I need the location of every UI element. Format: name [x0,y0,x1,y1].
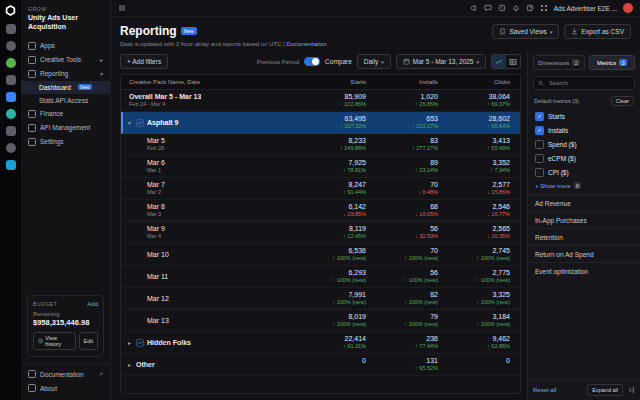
cell-value: 0 [506,356,510,365]
table-row[interactable]: Mar 11 6,293 ↑ 100% (new) 56 ↑ 100% (new… [121,266,520,288]
clear-button[interactable]: Clear [611,96,634,106]
table-row[interactable]: Mar 9 Mar 4 8,119 ↑ 12.45% 56 ↓ 32.53% 2… [121,222,520,244]
collapse-sidebar-icon[interactable] [118,4,126,12]
row-chevron-icon[interactable]: ▸ [126,339,133,346]
panel-section-ad-revenue[interactable]: Ad Revenue [528,194,640,211]
metric-cell: 8,019 ↑ 100% (new) [304,312,376,328]
table-row[interactable]: Mar 6 Mar 1 7,925 ↑ 78.81% 89 ↑ 23.14% 3… [121,156,520,178]
edit-budget-button[interactable]: Edit [79,332,98,350]
reset-all-button[interactable]: Reset all [533,387,556,393]
add-filters-button[interactable]: + Add filters [120,54,168,69]
chat-icon[interactable] [484,4,492,12]
metric-option[interactable]: CPI ($) [528,165,640,179]
granularity-dropdown[interactable]: Daily ▾ [357,54,391,69]
rail-product-icon-7[interactable] [6,126,16,136]
column-installs[interactable]: Installs [376,79,448,85]
metric-checkbox[interactable] [535,126,544,135]
table-row[interactable]: Mar 10 6,536 ↑ 100% (new) 70 ↑ 100% (new… [121,244,520,266]
metric-checkbox[interactable] [535,140,544,149]
sidebar-item-about[interactable]: About [21,381,110,395]
apps-grid-icon[interactable] [540,4,548,12]
column-clicks[interactable]: Clicks [448,79,520,85]
rail-product-icon-6[interactable] [6,109,16,119]
column-creative-pack[interactable]: Creative Pack Name, Date [121,79,304,85]
metric-option[interactable]: Installs [528,123,640,137]
column-starts[interactable]: Starts [304,79,376,85]
notifications-bell-icon[interactable] [512,4,520,12]
api-icon [28,124,36,132]
row-cells: 8,019 ↑ 100% (new) 79 ↑ 100% (new) 3,184… [304,312,520,328]
table-view-button[interactable] [506,55,520,68]
tab-metrics[interactable]: Metrics 3 [589,55,635,70]
metric-cell: 6,293 ↑ 100% (new) [304,268,376,284]
table-row[interactable]: ▸ Hidden Folks 22,414 ↑ 91.31% 236 ↑ 77.… [121,332,520,354]
expand-all-button[interactable]: Expand all [587,384,623,396]
row-chevron-icon[interactable]: ▸ [126,361,133,368]
rail-product-icon-5[interactable] [6,92,16,102]
sidebar-item-dashboard[interactable]: Dashboard New [21,81,110,94]
sidebar-item-settings[interactable]: Settings [21,135,110,149]
rail-product-icon-9[interactable] [6,160,16,170]
sidebar-item-finance[interactable]: Finance [21,107,110,121]
view-history-button[interactable]: View history [33,332,76,350]
help-icon[interactable] [526,4,534,12]
chart-line-icon[interactable] [136,339,144,347]
metric-checkbox[interactable] [535,112,544,121]
panel-section-event-optimization[interactable]: Event optimization [528,262,640,279]
metric-option[interactable]: eCPM ($) [528,151,640,165]
rail-product-icon-1[interactable] [6,24,16,34]
table-row[interactable]: ▾ Asphalt 9 63,495 ↑ 107.32% 653 ↑ 102.1… [121,112,520,134]
sidebar-item-creative-tools[interactable]: Creative Tools ▸ [21,53,110,67]
table-row[interactable]: Mar 12 7,991 ↑ 100% (new) 82 ↑ 100% (new… [121,288,520,310]
table-row[interactable]: Overall Mar 5 - Mar 13 Feb 24 - Mar 4 85… [121,90,520,112]
table-row[interactable]: Mar 5 Feb 28 8,233 ↑ 149.88% 83 ↑ 277.27… [121,134,520,156]
sidebar-item-reporting[interactable]: Reporting ▾ [21,67,110,81]
rail-product-icon-8[interactable] [6,143,16,153]
sidebar-item-apps[interactable]: Apps [21,39,110,53]
compare-toggle[interactable] [304,57,320,66]
panel-section-in-app-purchases[interactable]: In-App Purchases [528,211,640,228]
row-cells: 7,925 ↑ 78.81% 89 ↑ 23.14% 3,352 ↑ 7.34% [304,158,520,174]
announcement-icon[interactable] [470,4,478,12]
search-input[interactable] [547,79,630,87]
cell-value: 6,293 [348,268,366,277]
rail-product-icon-3[interactable] [6,58,16,68]
collapse-panel-icon[interactable] [627,386,635,394]
rail-product-icon-2[interactable] [6,41,16,51]
row-chevron-icon[interactable]: ▾ [126,119,133,126]
user-avatar[interactable] [623,3,633,13]
org-header: GROW Unity Ads User Acquisition [21,0,110,36]
org-switcher[interactable]: Ads Advertiser E2E ... [554,5,617,12]
panel-section-retention[interactable]: Retention [528,228,640,245]
saved-views-dropdown[interactable]: Saved Views ▾ [492,24,559,39]
show-more-button[interactable]: + Show more 8 [528,179,640,194]
show-more-count-badge: 8 [574,182,582,189]
export-csv-button[interactable]: Export as CSV [564,24,631,39]
documentation-link[interactable]: Documentation [286,41,326,47]
cell-value: 653 [426,114,438,123]
chart-view-button[interactable] [492,55,506,68]
metric-option[interactable]: Starts [528,109,640,123]
cell-value: 0 [362,356,366,365]
sidebar-item-documentation[interactable]: Documentation ↗ [21,367,110,381]
history-clock-icon[interactable] [498,4,506,12]
settings-icon [28,138,36,146]
table-row[interactable]: Mar 8 Mar 3 6,142 ↓ 19.85% 68 ↓ 16.05% 2… [121,200,520,222]
table-row[interactable]: Mar 7 Mar 2 8,247 ↑ 91.44% 70 ↓ 6.48% 2,… [121,178,520,200]
cell-value: 85,909 [345,92,366,101]
rail-product-icon-4[interactable] [6,75,16,85]
chart-line-icon[interactable] [136,119,144,127]
table-row[interactable]: ▸ Other 0 131 ↑ 95.52% 0 [121,354,520,376]
unity-logo-icon[interactable] [4,4,17,17]
budget-add-link[interactable]: Add [87,301,98,307]
sidebar-item-api-management[interactable]: API Management [21,121,110,135]
metric-checkbox[interactable] [535,168,544,177]
metric-option[interactable]: Spend ($) [528,137,640,151]
table-row[interactable]: Mar 13 8,019 ↑ 100% (new) 79 ↑ 100% (new… [121,310,520,332]
tab-dimensions[interactable]: Dimensions 2 [533,55,585,70]
panel-section-return-on-ad-spend[interactable]: Return on Ad Spend [528,245,640,262]
sidebar-item-stats-api-access[interactable]: Stats API Access [21,94,110,107]
date-range-picker[interactable]: Mar 5 - Mar 13, 2025 ▾ [396,54,486,69]
metric-checkbox[interactable] [535,154,544,163]
metric-cell: 79 ↑ 100% (new) [376,312,448,328]
